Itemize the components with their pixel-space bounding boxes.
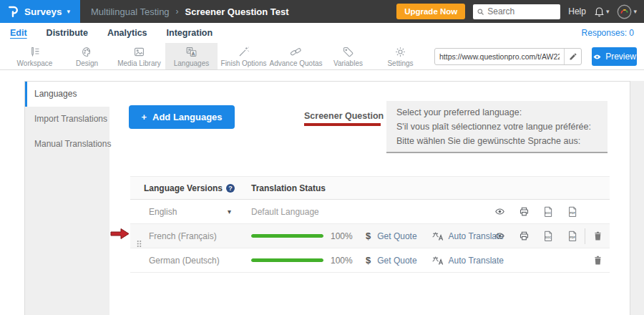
account-menu[interactable]: ▾ xyxy=(617,4,637,19)
svg-text:DOC: DOC xyxy=(545,211,552,214)
languages-sidebar: Languages Import Translations Manual Tra… xyxy=(25,82,109,315)
header-translation-status: Translation Status xyxy=(251,183,326,193)
table-row-german: German (Deutsch) 100% $ Get Quote Auto T… xyxy=(130,248,610,273)
chevron-down-icon: ▾ xyxy=(606,8,610,15)
toolbar-item-finish-options[interactable]: Finish Options xyxy=(218,43,270,69)
print-icon[interactable] xyxy=(512,231,536,241)
workspace-icon xyxy=(29,46,41,58)
toolbar-item-workspace[interactable]: Workspace xyxy=(9,43,61,69)
svg-text:PDF: PDF xyxy=(570,236,575,238)
default-language-label: Default Language xyxy=(251,207,319,217)
edit-toolbar: Workspace Design Media Library A Languag… xyxy=(0,43,644,70)
get-quote-link[interactable]: Get Quote xyxy=(377,231,416,241)
progress-percent: 100% xyxy=(331,231,352,241)
bell-icon xyxy=(594,6,605,17)
settings-icon xyxy=(394,46,406,58)
search-box[interactable] xyxy=(473,4,560,19)
delete-icon[interactable] xyxy=(585,255,610,266)
screener-line-french: S'il vous plaît sélectionnez votre langu… xyxy=(396,120,597,134)
toolbar-item-variables[interactable]: Variables xyxy=(322,43,374,69)
toolbar-item-design[interactable]: Design xyxy=(61,43,113,69)
pdf-download-icon[interactable]: PDF xyxy=(560,206,585,218)
upgrade-now-button[interactable]: Upgrade Now xyxy=(396,4,465,19)
finish-options-icon xyxy=(238,46,250,58)
translation-progress-bar xyxy=(251,234,323,238)
auto-translate-icon[interactable] xyxy=(432,256,444,266)
language-name: German (Deutsch) xyxy=(149,256,220,266)
header-language-versions: Language Versions xyxy=(144,183,223,193)
add-languages-button[interactable]: + Add Languages xyxy=(129,105,235,129)
chevron-down-icon: ▾ xyxy=(67,8,71,15)
delete-icon[interactable] xyxy=(585,231,610,241)
variables-icon xyxy=(342,46,354,58)
surveys-menu[interactable]: Surveys ▾ xyxy=(0,0,80,23)
svg-text:PDF: PDF xyxy=(570,211,575,214)
breadcrumb: Multilingual Testing › Screener Question… xyxy=(91,6,289,17)
screener-line-english: Select your preferred language: xyxy=(396,105,597,120)
chevron-down-icon: ▾ xyxy=(633,8,637,15)
languages-icon: A xyxy=(185,46,197,58)
preview-button[interactable]: Preview xyxy=(592,47,637,66)
table-row-french: French (Français) 100% $ Get Quote Auto … xyxy=(130,224,610,248)
survey-url-input[interactable] xyxy=(435,52,564,61)
red-arrow-annotation xyxy=(110,228,130,243)
auto-translate-icon[interactable] xyxy=(432,231,444,241)
sidebar-item-manual-translations[interactable]: Manual Translations xyxy=(25,132,109,157)
pdf-download-icon[interactable]: PDF xyxy=(560,231,585,242)
sidebar-item-import-translations[interactable]: Import Translations xyxy=(25,107,109,132)
sidebar-item-languages[interactable]: Languages xyxy=(25,82,109,107)
screener-line-german: Bitte wählen Sie die gewünschte Sprache … xyxy=(396,134,597,148)
doc-download-icon[interactable]: DOC xyxy=(536,206,560,218)
product-name: Surveys xyxy=(24,6,62,17)
language-name: French (Français) xyxy=(149,231,217,241)
table-row-english: English ▾ Default Language xyxy=(130,200,610,224)
help-tooltip-icon[interactable]: ? xyxy=(226,184,235,193)
design-icon xyxy=(81,46,93,58)
progress-percent: 100% xyxy=(331,256,352,266)
tab-distribute[interactable]: Distribute xyxy=(47,28,88,38)
main-area: Languages Import Translations Manual Tra… xyxy=(0,70,644,315)
search-input[interactable] xyxy=(487,6,552,16)
language-dropdown-icon[interactable]: ▾ xyxy=(228,208,231,215)
screener-question-label: Screener Question : xyxy=(304,111,389,121)
toolbar-item-advance-quotas[interactable]: Advance Quotas xyxy=(270,43,322,69)
avatar xyxy=(617,4,632,19)
language-versions-table: Language Versions ? Translation Status E… xyxy=(130,176,610,273)
tab-analytics[interactable]: Analytics xyxy=(107,28,147,38)
search-icon xyxy=(477,8,484,16)
toolbar-item-languages[interactable]: A Languages xyxy=(165,43,218,69)
get-quote-link[interactable]: Get Quote xyxy=(377,256,416,266)
plus-icon: + xyxy=(141,112,147,122)
dollar-icon[interactable]: $ xyxy=(366,255,371,266)
edit-url-button[interactable] xyxy=(564,49,581,64)
tab-edit[interactable]: Edit xyxy=(10,28,27,38)
help-link[interactable]: Help xyxy=(568,6,586,16)
doc-download-icon[interactable]: DOC xyxy=(536,231,560,242)
print-icon[interactable] xyxy=(512,206,536,217)
language-name: English xyxy=(149,207,177,217)
breadcrumb-parent[interactable]: Multilingual Testing xyxy=(91,6,170,17)
tab-integration[interactable]: Integration xyxy=(167,28,213,38)
toolbar-item-media-library[interactable]: Media Library xyxy=(113,43,165,69)
survey-nav: Edit Distribute Analytics Integration Re… xyxy=(0,23,644,43)
breadcrumb-current: Screener Question Test xyxy=(185,6,289,17)
view-icon[interactable] xyxy=(487,207,512,216)
svg-text:DOC: DOC xyxy=(545,236,552,238)
pencil-icon xyxy=(569,52,577,61)
breadcrumb-separator: › xyxy=(176,6,179,16)
translation-progress-bar xyxy=(251,258,323,262)
toolbar-item-settings[interactable]: Settings xyxy=(374,43,426,69)
media-library-icon xyxy=(133,46,145,58)
languages-content: + Add Languages Screener Question : Sele… xyxy=(109,82,630,315)
red-underline-annotation xyxy=(304,123,381,126)
survey-url-field[interactable] xyxy=(434,48,582,65)
screener-question-preview: Select your preferred language: S'il vou… xyxy=(386,101,608,153)
notifications-menu[interactable]: ▾ xyxy=(594,6,610,17)
responses-count[interactable]: Responses: 0 xyxy=(582,28,634,38)
view-icon[interactable] xyxy=(487,231,512,241)
eye-icon xyxy=(592,53,602,61)
svg-text:A: A xyxy=(192,51,195,55)
questionpro-logo-icon xyxy=(7,5,19,18)
languages-card: Languages Import Translations Manual Tra… xyxy=(24,81,630,315)
dollar-icon[interactable]: $ xyxy=(366,231,371,241)
